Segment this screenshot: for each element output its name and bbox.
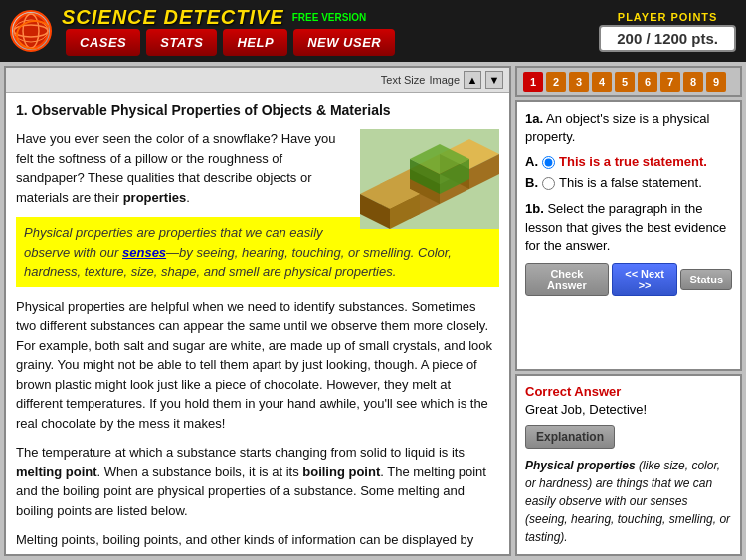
nav-buttons: CASES STATS HELP NEW USER	[66, 29, 395, 56]
q-num-3[interactable]: 3	[569, 72, 589, 92]
option-a-text[interactable]: This is a true statement.	[559, 154, 707, 169]
lesson-content: 1. Observable Physical Properties of Obj…	[6, 93, 509, 554]
q-num-5[interactable]: 5	[615, 72, 635, 92]
image-label: Image	[429, 74, 460, 86]
main-content: Text Size Image ▲ ▼ 1. Observable Physic…	[0, 62, 746, 560]
q-num-6[interactable]: 6	[638, 72, 657, 92]
status-button[interactable]: Status	[680, 269, 732, 290]
new-user-button[interactable]: NEW USER	[293, 29, 395, 56]
stats-button[interactable]: STATS	[146, 29, 217, 56]
help-button[interactable]: HELP	[223, 29, 287, 56]
sandstone-illustration	[360, 129, 499, 229]
player-points-label: PLAYER POINTS	[599, 11, 736, 23]
correct-answer-panel: Correct Answer Great Job, Detective! Exp…	[515, 374, 742, 556]
option-b-label: B.	[525, 175, 538, 190]
text-size-label: Text Size	[381, 74, 426, 86]
question-panel: 1a. An object's size is a physical prope…	[515, 100, 742, 371]
cases-button[interactable]: CASES	[66, 29, 140, 56]
question-1b-label: 1b.	[525, 201, 544, 216]
image-down-button[interactable]: ▼	[485, 71, 503, 89]
globe-icon	[10, 10, 52, 52]
question-1a-label: 1a.	[525, 111, 543, 126]
lesson-title: 1. Observable Physical Properties of Obj…	[16, 100, 499, 121]
lesson-para-4: Melting points, boiling points, and othe…	[16, 530, 499, 550]
question-1b-text: Select the paragraph in the lesson that …	[525, 201, 726, 252]
explanation-text: Physical properties (like size, color, o…	[525, 457, 732, 546]
q-num-2[interactable]: 2	[546, 72, 566, 92]
q-num-1[interactable]: 1	[523, 72, 543, 92]
image-up-button[interactable]: ▲	[464, 71, 481, 89]
question-nav: 1 2 3 4 5 6 7 8 9	[515, 66, 742, 97]
q-num-8[interactable]: 8	[683, 72, 703, 92]
question-1a-text: An object's size is a physical property.	[525, 111, 709, 144]
check-answer-button[interactable]: Check Answer	[525, 263, 609, 296]
button-row: Check Answer << Next >> Status	[525, 263, 732, 296]
correct-answer-label: Correct Answer	[525, 384, 732, 399]
svg-point-0	[14, 14, 48, 48]
title-group: SCIENCE DETECTIVE FREE VERSION CASES STA…	[62, 6, 395, 56]
option-b-text[interactable]: This is a false statement.	[559, 175, 702, 190]
option-a-label: A.	[525, 154, 538, 169]
question-1b: 1b. Select the paragraph in the lesson t…	[525, 200, 732, 255]
q-num-9[interactable]: 9	[706, 72, 726, 92]
lesson-para-2: Physical properties are helpful when we …	[16, 297, 499, 434]
question-1a: 1a. An object's size is a physical prope…	[525, 110, 732, 190]
explanation-button[interactable]: Explanation	[525, 425, 615, 449]
lesson-para-3: The temperature at which a substance sta…	[16, 443, 499, 520]
free-version-badge: FREE VERSION	[292, 12, 366, 23]
svg-point-2	[14, 25, 48, 37]
player-points-value: 200 / 1200 pts.	[599, 25, 736, 52]
app-title: SCIENCE DETECTIVE	[62, 6, 284, 29]
option-a-radio[interactable]	[542, 156, 555, 169]
q-num-4[interactable]: 4	[592, 72, 612, 92]
lesson-panel: Text Size Image ▲ ▼ 1. Observable Physic…	[4, 66, 511, 556]
answer-option-a: A. This is a true statement.	[525, 154, 732, 169]
answer-option-b: B. This is a false statement.	[525, 175, 732, 190]
header: SCIENCE DETECTIVE FREE VERSION CASES STA…	[0, 0, 746, 62]
svg-point-3	[14, 20, 48, 42]
q-num-7[interactable]: 7	[660, 72, 680, 92]
great-job-message: Great Job, Detective!	[525, 402, 732, 417]
next-button[interactable]: << Next >>	[612, 263, 678, 296]
player-points-area: PLAYER POINTS 200 / 1200 pts.	[599, 11, 736, 52]
option-b-radio[interactable]	[542, 177, 555, 190]
toolbar-bar: Text Size Image ▲ ▼	[6, 68, 509, 93]
question-panel-right: 1 2 3 4 5 6 7 8 9 1a. An object's size i…	[515, 66, 742, 556]
logo-area	[10, 10, 52, 52]
